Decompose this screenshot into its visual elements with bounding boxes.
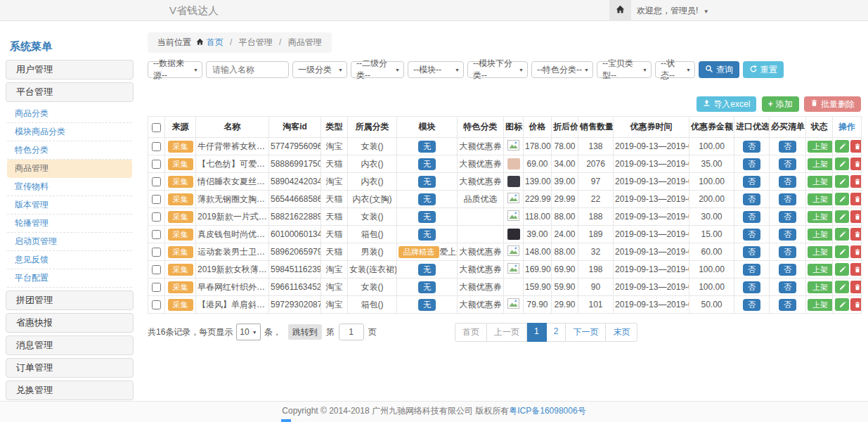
delete-button[interactable] xyxy=(850,245,862,258)
table-row: 采集情侣睡衣女夏丝绸男士..589042420344淘宝内衣()无大额优惠券13… xyxy=(148,173,862,191)
edit-button[interactable] xyxy=(835,281,849,293)
row-checkbox[interactable] xyxy=(152,195,161,204)
imported-cell: 否 xyxy=(734,261,770,279)
breadcrumb-home-link[interactable]: 首页 xyxy=(207,37,224,47)
table-row: 采集【七色纺】可爱纯棉家..588869917501天猫内衣()无大额优惠券69… xyxy=(148,155,862,173)
pagination-bar: 共16条记录，每页显示 10 ▼ 条， 跳转到 第 页 首页上一页12下一页末页 xyxy=(148,323,861,341)
jump-page-input[interactable] xyxy=(339,324,364,340)
edit-button[interactable] xyxy=(835,140,849,153)
sidebar-subitem[interactable]: 轮播管理 xyxy=(7,215,132,233)
product-thumbnail xyxy=(507,229,520,240)
sidebar-item[interactable]: 消息管理 xyxy=(6,335,134,355)
sidebar-subitem[interactable]: 模块商品分类 xyxy=(7,123,132,141)
filter-select[interactable]: --宝贝类型--▼ xyxy=(597,61,652,78)
module-cell: 无 xyxy=(397,155,458,173)
search-button[interactable]: 查询 xyxy=(699,61,739,78)
delete-button[interactable] xyxy=(850,281,862,293)
sidebar-subitem[interactable]: 意见反馈 xyxy=(7,251,132,269)
row-checkbox[interactable] xyxy=(152,142,161,151)
icp-link[interactable]: 粤ICP备16098006号 xyxy=(509,406,585,416)
page-button[interactable]: 2 xyxy=(547,323,566,342)
coupon-time: 2019-09-13—2019-09-20 xyxy=(614,226,689,243)
feature-category: 大额优惠券 xyxy=(458,261,504,279)
home-button[interactable] xyxy=(609,0,631,21)
delete-button[interactable] xyxy=(850,263,862,276)
source-cell: 采集 xyxy=(165,138,196,155)
filter-select[interactable]: --状态--▼ xyxy=(655,61,695,78)
page-button[interactable]: 下一页 xyxy=(566,323,606,342)
edit-button[interactable] xyxy=(835,175,849,188)
sidebar-subitem[interactable]: 版本管理 xyxy=(7,196,132,215)
page-button[interactable]: 上一页 xyxy=(487,323,527,342)
coupon-amount: 100.00 xyxy=(689,279,734,296)
horizontal-scrollbar-thumb[interactable] xyxy=(281,419,291,422)
edit-button[interactable] xyxy=(835,210,849,223)
must-buy-cell: 否 xyxy=(770,155,806,173)
source-badge: 采集 xyxy=(168,281,193,293)
user-menu[interactable]: 欢迎您，管理员! ▼ xyxy=(637,0,709,23)
edit-button[interactable] xyxy=(835,158,849,170)
name-search-input[interactable] xyxy=(206,61,289,78)
delete-button[interactable] xyxy=(850,193,862,205)
source-badge: 采集 xyxy=(168,193,193,205)
page-button[interactable]: 1 xyxy=(527,323,547,342)
source-cell: 采集 xyxy=(165,296,196,314)
import-excel-button[interactable]: 导入excel xyxy=(697,96,756,112)
sidebar-item[interactable]: 用户管理 xyxy=(6,60,134,79)
delete-button[interactable] xyxy=(850,228,862,241)
sidebar-subitem[interactable]: 商品管理 xyxy=(7,160,132,178)
coupon-time: 2019-09-13—2019-09-17 xyxy=(614,191,689,208)
sidebar-item[interactable]: 订单管理 xyxy=(6,358,134,378)
row-checkbox[interactable] xyxy=(152,212,161,222)
sidebar-subitem[interactable]: 平台配置 xyxy=(7,269,132,288)
row-checkbox[interactable] xyxy=(152,265,161,274)
page-button[interactable]: 首页 xyxy=(455,323,487,342)
delete-button[interactable] xyxy=(850,210,862,223)
row-checkbox[interactable] xyxy=(152,160,161,169)
filter-select[interactable]: --特色分类--▼ xyxy=(531,61,593,78)
sidebar-item[interactable]: 平台管理 xyxy=(6,82,134,102)
select-all-checkbox[interactable] xyxy=(152,123,161,132)
row-checkbox[interactable] xyxy=(152,230,161,239)
delete-button[interactable] xyxy=(850,158,862,170)
status-cell: 上架 xyxy=(806,155,833,173)
edit-button[interactable] xyxy=(835,228,849,241)
filter-select[interactable]: --二级分类--▼ xyxy=(351,61,404,78)
filter-select[interactable]: --数据来源--▼ xyxy=(148,61,202,78)
filter-select[interactable]: --模块--▼ xyxy=(408,61,464,78)
sidebar-item[interactable]: 兑换管理 xyxy=(6,381,134,400)
row-checkbox[interactable] xyxy=(152,283,161,292)
row-checkbox[interactable] xyxy=(152,248,161,257)
sidebar-item[interactable]: 拼团管理 xyxy=(6,290,134,310)
delete-button[interactable] xyxy=(850,140,862,153)
feature-category: 大额优惠券 xyxy=(458,155,504,173)
add-button[interactable]: + 添加 xyxy=(762,96,799,112)
edit-button[interactable] xyxy=(835,263,849,276)
edit-button[interactable] xyxy=(835,245,849,258)
sidebar-item[interactable]: 省惠快报 xyxy=(6,313,134,333)
sidebar-subitem[interactable]: 启动页管理 xyxy=(7,233,132,251)
edit-button[interactable] xyxy=(835,298,849,311)
discount-price: 69.90 xyxy=(552,261,578,279)
reset-button[interactable]: 重置 xyxy=(743,61,784,78)
sidebar-subitem[interactable]: 商品分类 xyxy=(7,105,132,123)
column-header: 状态 xyxy=(806,117,833,138)
per-page-select[interactable]: 10 ▼ xyxy=(236,324,260,340)
broken-image-icon xyxy=(507,196,519,205)
coupon-amount: 50.00 xyxy=(689,296,734,314)
filter-select[interactable]: 一级分类▼ xyxy=(292,61,347,78)
sidebar-subitem[interactable]: 特色分类 xyxy=(7,141,132,160)
filter-select-value: --状态-- xyxy=(661,58,684,82)
batch-delete-button[interactable]: 批量删除 xyxy=(804,96,861,112)
edit-button[interactable] xyxy=(835,193,849,205)
jump-button[interactable]: 跳转到 xyxy=(288,324,322,340)
page-button[interactable]: 末页 xyxy=(606,323,637,342)
status-cell: 上架 xyxy=(806,261,833,279)
module-cell: 品牌精选爱上运动 xyxy=(397,243,458,261)
delete-button[interactable] xyxy=(850,298,862,311)
filter-select[interactable]: --模块下分类--▼ xyxy=(467,61,528,78)
row-checkbox[interactable] xyxy=(152,177,161,186)
row-checkbox[interactable] xyxy=(152,300,161,309)
sidebar-subitem[interactable]: 宣传物料 xyxy=(7,178,132,196)
delete-button[interactable] xyxy=(850,175,862,188)
